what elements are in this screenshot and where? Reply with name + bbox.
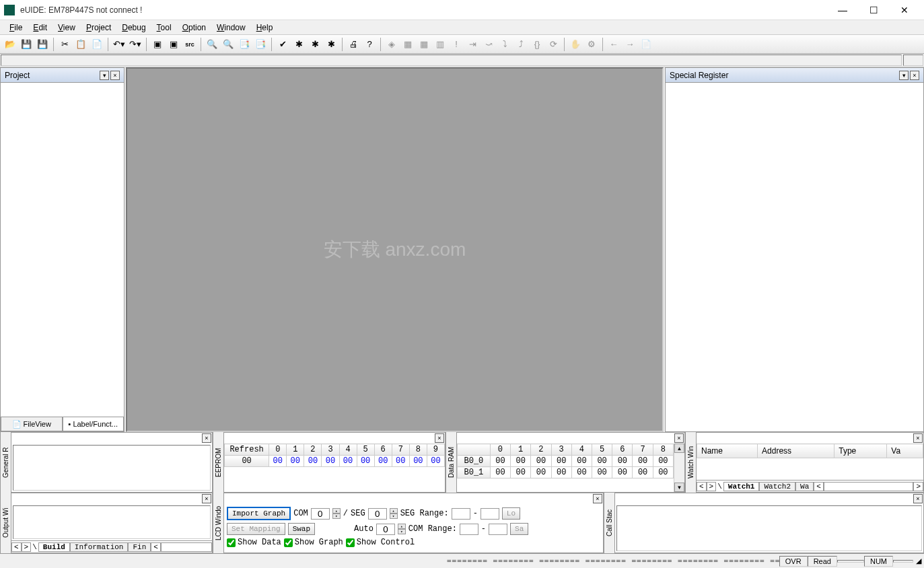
nav-right-icon[interactable]: > [22, 542, 32, 552]
close-icon[interactable]: × [593, 494, 602, 503]
nav-right-icon[interactable]: > [707, 482, 717, 491]
comrange-from-input[interactable] [460, 524, 478, 535]
src-icon[interactable]: src [182, 37, 197, 52]
com-input[interactable] [311, 508, 330, 520]
seg-input[interactable] [368, 508, 387, 520]
maximize-button[interactable]: ☐ [858, 0, 889, 20]
refresh-button[interactable]: Refresh [225, 444, 269, 456]
bp1-icon[interactable]: ✔ [275, 37, 290, 52]
tab-build[interactable]: Build [38, 542, 70, 552]
stepover-icon[interactable]: ⤻ [481, 37, 496, 52]
tab-information[interactable]: Information [70, 542, 129, 552]
close-icon[interactable]: × [110, 71, 120, 80]
auto-input[interactable] [376, 524, 395, 535]
segrange-from-input[interactable] [452, 508, 470, 520]
stop-build-icon[interactable]: ▥ [433, 37, 448, 52]
dropdown-icon[interactable]: ▾ [899, 71, 909, 80]
menu-window[interactable]: Window [213, 22, 250, 34]
rebuild-icon[interactable]: ▦ [417, 37, 431, 52]
exc-icon[interactable]: ! [449, 37, 464, 52]
menu-project[interactable]: Project [82, 22, 115, 34]
swap-button[interactable]: Swap [288, 523, 315, 535]
find-next-icon[interactable]: 🔍 [221, 37, 236, 52]
scroll-left-icon[interactable]: < [814, 482, 824, 491]
find-icon[interactable]: 🔍 [205, 37, 219, 52]
save-all-icon[interactable]: 💾 [35, 37, 50, 52]
bookmark-icon[interactable]: 📑 [237, 37, 252, 52]
go-icon[interactable]: ⇥ [465, 37, 480, 52]
show-control-checkbox[interactable]: Show Control [346, 538, 415, 547]
copy-icon[interactable]: 📋 [73, 37, 88, 52]
minimize-button[interactable]: — [827, 0, 858, 20]
hand-icon[interactable]: ✋ [568, 37, 583, 52]
sa-button[interactable]: Sa [510, 523, 528, 535]
cut-icon[interactable]: ✂ [57, 37, 72, 52]
comrange-to-input[interactable] [489, 524, 507, 535]
stepinto-icon[interactable]: ⤵ [497, 37, 512, 52]
menu-option[interactable]: Option [178, 22, 210, 34]
print-icon[interactable]: 🖨 [346, 37, 361, 52]
segrange-to-input[interactable] [481, 508, 499, 520]
save-icon[interactable]: 💾 [19, 37, 34, 52]
close-icon[interactable]: × [435, 433, 444, 443]
menu-help[interactable]: Help [252, 22, 277, 34]
tab-watch2[interactable]: Watch2 [759, 482, 795, 491]
dropdown-icon[interactable]: ▾ [100, 71, 109, 80]
close-icon[interactable]: × [202, 494, 211, 503]
close-icon[interactable]: × [913, 494, 923, 503]
redo-icon[interactable]: ↷▾ [128, 37, 143, 52]
close-button[interactable]: ✕ [889, 0, 920, 20]
compile-icon[interactable]: ▦ [400, 37, 415, 52]
tab-watch1[interactable]: Watch1 [723, 482, 760, 491]
import-graph-button[interactable]: Import Graph [227, 507, 291, 520]
spin-down-icon[interactable]: ▾ [390, 513, 398, 519]
scrollbar[interactable] [224, 481, 445, 492]
reset-icon[interactable]: ⟳ [546, 37, 561, 52]
runto-icon[interactable]: {} [530, 37, 544, 52]
menu-edit[interactable]: Edit [29, 22, 51, 34]
menu-debug[interactable]: Debug [118, 22, 149, 34]
build-icon[interactable]: ◈ [384, 37, 399, 52]
scroll-right-icon[interactable]: > [913, 482, 923, 491]
close-icon[interactable]: × [913, 433, 923, 443]
lo-button[interactable]: Lo [502, 507, 520, 520]
paste-icon[interactable]: 📄 [90, 37, 104, 52]
cpu-icon[interactable]: ⚙ [584, 37, 599, 52]
window2-icon[interactable]: ▣ [166, 37, 181, 52]
tab-labelfunc[interactable]: ▪ Label/Funct... [63, 417, 125, 431]
spin-up-icon[interactable]: ▴ [390, 508, 398, 513]
bp4-icon[interactable]: ✱ [324, 37, 339, 52]
forward-icon[interactable]: → [623, 37, 637, 52]
show-data-checkbox[interactable]: Show Data [227, 538, 281, 547]
scroll-left-icon[interactable]: < [151, 542, 161, 552]
tab-fin[interactable]: Fin [128, 542, 151, 552]
undo-icon[interactable]: ↶▾ [112, 37, 127, 52]
spin-down-icon[interactable]: ▾ [332, 513, 341, 519]
open-icon[interactable]: 📂 [3, 37, 17, 52]
scrollbar[interactable] [457, 481, 684, 492]
menu-view[interactable]: View [54, 22, 79, 34]
nav-left-icon[interactable]: < [697, 482, 707, 491]
close-icon[interactable]: × [674, 433, 684, 443]
bp2-icon[interactable]: ✱ [291, 37, 306, 52]
address-field[interactable] [1, 55, 902, 66]
tab-watch3[interactable]: Wa [795, 482, 814, 491]
stepout-icon[interactable]: ⤴ [513, 37, 528, 52]
back-icon[interactable]: ← [606, 37, 621, 52]
bookmark2-icon[interactable]: 📑 [253, 37, 268, 52]
nav-left-icon[interactable]: < [11, 542, 22, 552]
menu-file[interactable]: File [5, 22, 26, 34]
doc-icon[interactable]: 📄 [639, 37, 653, 52]
help-icon[interactable]: ? [362, 37, 377, 52]
tab-fileview[interactable]: 📄 FileView [1, 417, 63, 431]
spin-down-icon[interactable]: ▾ [398, 529, 406, 534]
set-mapping-button[interactable]: Set Mapping [227, 523, 285, 535]
close-icon[interactable]: × [202, 433, 211, 443]
window1-icon[interactable]: ▣ [150, 37, 165, 52]
close-icon[interactable]: × [910, 71, 919, 80]
show-graph-checkbox[interactable]: Show Graph [284, 538, 343, 547]
spin-up-icon[interactable]: ▴ [332, 508, 341, 513]
bp3-icon[interactable]: ✱ [308, 37, 322, 52]
menu-tool[interactable]: Tool [153, 22, 176, 34]
spin-up-icon[interactable]: ▴ [398, 524, 406, 529]
